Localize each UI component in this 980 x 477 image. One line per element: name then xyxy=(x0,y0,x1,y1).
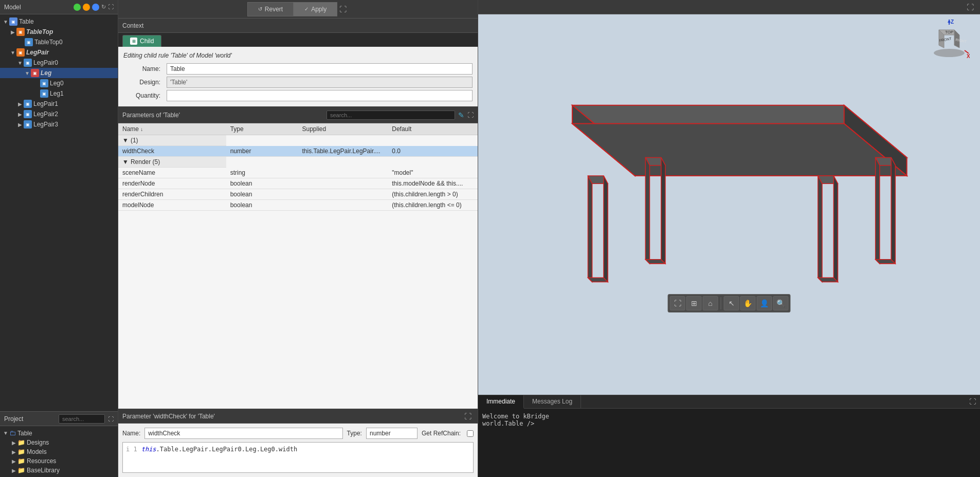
model-icon-2[interactable] xyxy=(83,4,90,11)
project-expand-designs[interactable]: ▶ xyxy=(10,440,17,446)
params-expand-icon[interactable]: ⛶ xyxy=(467,112,474,119)
project-expand-table[interactable]: ▼ xyxy=(2,430,9,436)
model-refresh-icon[interactable]: ↻ xyxy=(101,4,106,11)
tree-icon-legpair2: ▣ xyxy=(24,110,32,118)
console-body[interactable]: Welcome to kBridge world.Table /> xyxy=(478,409,980,477)
tree-item-legpair[interactable]: ▼ ▣ LegPair xyxy=(0,47,118,58)
tree-item-tabletop0[interactable]: ▶ ▣ TableTop0 xyxy=(0,37,118,47)
tree-item-legpair2[interactable]: ▶ ▣ LegPair2 xyxy=(0,109,118,119)
table-row[interactable]: sceneName string "model" xyxy=(118,168,478,178)
tree-icon-table: ▣ xyxy=(9,17,17,26)
tree-expand-leg[interactable]: ▼ xyxy=(24,70,31,76)
vp-pan-btn[interactable]: ✋ xyxy=(740,296,756,310)
project-tree-models[interactable]: ▶ 📁 Models xyxy=(0,447,118,456)
param-detail-expand-button[interactable]: ⛶ xyxy=(462,410,474,423)
tree-item-legpair1[interactable]: ▶ ▣ LegPair1 xyxy=(0,99,118,109)
model-icon-1[interactable] xyxy=(74,4,81,11)
tree-icon-legpair0: ▣ xyxy=(24,59,32,67)
form-name-input[interactable] xyxy=(167,63,473,75)
console-line-1: Welcome to kBridge xyxy=(482,413,976,420)
vp-grid-btn[interactable]: ⊞ xyxy=(686,296,702,310)
vp-home-btn[interactable]: ⌂ xyxy=(703,296,718,310)
param-name-renderchildren: renderChildren xyxy=(118,189,226,200)
project-tree-baselibrary[interactable]: ▶ 📁 BaseLibrary xyxy=(0,466,118,475)
tree-expand-tabletop[interactable]: ▶ xyxy=(9,29,16,35)
form-design-input[interactable] xyxy=(167,77,473,88)
project-expand-resources[interactable]: ▶ xyxy=(10,458,17,464)
params-group-render[interactable]: ▼ Render (5) xyxy=(118,157,478,168)
col-header-name[interactable]: Name ↓ xyxy=(118,123,226,135)
project-icon-designs: 📁 xyxy=(17,439,25,446)
tree-label-table: Table xyxy=(19,18,34,25)
console-tab-immediate[interactable]: Immediate xyxy=(478,395,524,409)
tree-item-legpair3[interactable]: ▶ ▣ LegPair3 xyxy=(0,119,118,130)
param-name-rendernode: renderNode xyxy=(118,178,226,189)
project-search-input[interactable] xyxy=(59,414,105,424)
table-row[interactable]: widthCheck number this.Table.LegPair.Leg… xyxy=(118,146,478,157)
console-tab-messages[interactable]: Messages Log xyxy=(524,395,581,408)
table-row[interactable]: renderNode boolean this.modelNode && thi… xyxy=(118,178,478,189)
vp-select-btn[interactable]: ↖ xyxy=(724,296,739,310)
table-row[interactable]: renderChildren boolean (this.children.le… xyxy=(118,189,478,200)
tree-item-tabletop[interactable]: ▶ ▣ TableTop xyxy=(0,27,118,37)
tree-expand-table[interactable]: ▼ xyxy=(2,19,9,25)
context-header: Context xyxy=(118,19,478,33)
tree-expand-legpair1[interactable]: ▶ xyxy=(16,101,24,107)
project-tree-designs[interactable]: ▶ 📁 Designs xyxy=(0,438,118,447)
vp-zoom-btn[interactable]: 🔍 xyxy=(773,296,789,310)
project-expand-models[interactable]: ▶ xyxy=(10,449,17,455)
model-icon-3[interactable] xyxy=(92,4,99,11)
param-default-modelnode: (this.children.length <= 0) xyxy=(388,200,478,211)
tree-icon-leg: ▣ xyxy=(31,69,39,77)
tree-label-legpair1: LegPair1 xyxy=(33,100,58,107)
param-name-field[interactable] xyxy=(144,428,342,439)
param-type-field[interactable] xyxy=(366,428,418,439)
tree-item-leg1[interactable]: ▶ ▣ Leg1 xyxy=(0,88,118,99)
param-name-scenename: sceneName xyxy=(118,168,226,178)
viewport-toolbar: ⛶ ⊞ ⌂ ↖ ✋ 👤 🔍 xyxy=(668,294,791,313)
tree-expand-legpair[interactable]: ▼ xyxy=(9,50,16,56)
project-expand-icon[interactable]: ⛶ xyxy=(108,416,114,422)
tree-expand-legpair2[interactable]: ▶ xyxy=(16,112,24,117)
col-header-type[interactable]: Type xyxy=(226,123,298,135)
form-quantity-label: Quantity: xyxy=(123,92,165,99)
project-tree-table[interactable]: ▼ 🗀 Table xyxy=(0,428,118,438)
param-default-scenename: "model" xyxy=(388,168,478,178)
params-title: Parameters of 'Table' xyxy=(122,112,180,119)
table-row[interactable]: modelNode boolean (this.children.length … xyxy=(118,200,478,211)
form-quantity-input[interactable] xyxy=(167,90,473,101)
params-group-1[interactable]: ▼ (1) xyxy=(118,135,478,146)
tree-item-table[interactable]: ▼ ▣ Table xyxy=(0,16,118,27)
context-tab-child[interactable]: ⊞ Child xyxy=(122,35,161,47)
tree-expand-legpair3[interactable]: ▶ xyxy=(16,122,24,127)
params-edit-icon[interactable]: ✎ xyxy=(458,111,464,119)
vp-person-btn[interactable]: 👤 xyxy=(757,296,772,310)
console-expand-button[interactable]: ⛶ xyxy=(965,395,980,408)
tree-item-leg0[interactable]: ▶ ▣ Leg0 xyxy=(0,78,118,88)
col-header-default[interactable]: Default xyxy=(388,123,478,135)
tree-item-legpair0[interactable]: ▼ ▣ LegPair0 xyxy=(0,58,118,68)
svg-text:TOP: TOP xyxy=(945,30,953,34)
tree-item-leg[interactable]: ▼ ▣ Leg xyxy=(0,68,118,78)
params-search-input[interactable] xyxy=(326,111,455,120)
param-refchain-checkbox[interactable] xyxy=(467,430,474,437)
param-supplied-modelnode xyxy=(298,200,388,211)
param-code-area[interactable]: i 1 this.Table.LegPair.LegPair0.Leg.Leg0… xyxy=(122,442,474,473)
viewport-expand-button[interactable]: ⛶ xyxy=(965,1,976,13)
col-header-supplied[interactable]: Supplied xyxy=(298,123,388,135)
vp-fullscreen-btn[interactable]: ⛶ xyxy=(670,296,685,310)
project-tree-resources[interactable]: ▶ 📁 Resources xyxy=(0,456,118,466)
group1-expand[interactable]: ▼ xyxy=(122,137,129,144)
model-tree: ▼ ▣ Table ▶ ▣ TableTop ▶ ▣ TableTop0 ▼ ▣… xyxy=(0,14,118,411)
project-expand-baselibrary[interactable]: ▶ xyxy=(10,468,17,473)
group-render-expand[interactable]: ▼ xyxy=(122,158,129,166)
tree-expand-legpair0[interactable]: ▼ xyxy=(16,60,24,66)
model-expand-icon[interactable]: ⛶ xyxy=(108,4,114,11)
tab-icon: ⊞ xyxy=(130,38,137,45)
axis-compass: TOP FRONT RIGHT Z X xyxy=(929,20,970,61)
form-name-label: Name: xyxy=(123,65,165,72)
param-detail-title: Parameter 'widthCheck' for 'Table' xyxy=(122,413,215,420)
context-expand-button[interactable]: ⛶ xyxy=(337,3,349,15)
revert-button[interactable]: ↺ Revert xyxy=(247,2,294,16)
apply-button[interactable]: ✓ Apply xyxy=(294,2,337,16)
